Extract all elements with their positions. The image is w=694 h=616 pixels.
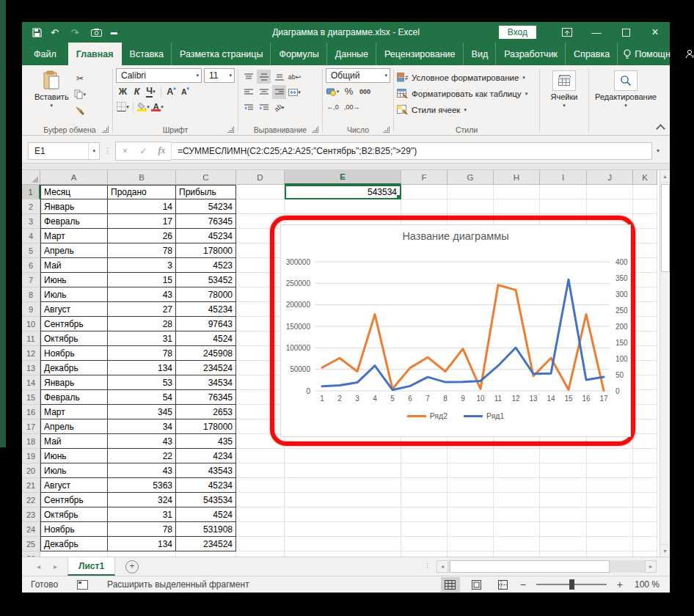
cell[interactable]: 45234 xyxy=(176,302,236,317)
cell[interactable] xyxy=(633,287,657,302)
cell[interactable]: 345 xyxy=(108,405,176,419)
scroll-down-icon[interactable]: ▼ xyxy=(660,544,670,557)
cell[interactable] xyxy=(587,507,633,522)
cell[interactable]: Июнь xyxy=(40,273,108,287)
save-icon[interactable] xyxy=(32,28,42,37)
cell[interactable]: 78 xyxy=(108,522,176,537)
cell[interactable]: 134 xyxy=(108,537,176,551)
align-center-icon[interactable] xyxy=(257,85,271,99)
cell[interactable]: Сентябрь xyxy=(40,493,108,507)
cell[interactable]: 28 xyxy=(108,317,176,331)
conditional-formatting-button[interactable]: ≠ Условное форматирование▾ xyxy=(397,70,536,84)
cell[interactable]: 31 xyxy=(108,507,176,522)
cell[interactable]: Месяц xyxy=(40,185,108,199)
cell[interactable] xyxy=(633,390,657,405)
cell[interactable]: 76345 xyxy=(176,214,236,229)
close-button[interactable]: × xyxy=(640,22,670,43)
cell[interactable] xyxy=(633,361,657,375)
cell[interactable]: Февраль xyxy=(40,390,108,405)
cell[interactable] xyxy=(633,229,657,243)
cell[interactable]: Май xyxy=(40,434,108,449)
cell[interactable]: Ноябрь xyxy=(40,522,108,537)
column-header-B[interactable]: B xyxy=(108,170,176,185)
row-header-1[interactable]: 1 xyxy=(22,185,40,199)
percent-style-button[interactable]: % xyxy=(342,84,356,98)
cell[interactable] xyxy=(448,478,494,493)
cell[interactable] xyxy=(236,493,285,507)
column-header-E[interactable]: E xyxy=(285,170,401,185)
row-header-14[interactable]: 14 xyxy=(22,375,40,390)
scroll-up-icon[interactable]: ▲ xyxy=(660,170,670,183)
cell[interactable]: 43 xyxy=(108,434,176,449)
cell[interactable] xyxy=(236,478,285,493)
cell[interactable]: Май xyxy=(40,258,108,273)
cell[interactable]: 76345 xyxy=(176,390,236,405)
cell[interactable]: Апрель xyxy=(40,243,108,258)
cell[interactable] xyxy=(633,522,657,537)
row-header-19[interactable]: 19 xyxy=(22,449,40,463)
ribbon-display-options-icon[interactable] xyxy=(552,22,582,43)
align-middle-icon[interactable] xyxy=(257,70,271,84)
cell[interactable]: Сентябрь xyxy=(40,317,108,331)
view-page-break-button[interactable] xyxy=(494,577,513,592)
cell[interactable]: Прибыль xyxy=(176,185,236,199)
cell[interactable] xyxy=(236,463,285,478)
cell[interactable] xyxy=(494,463,540,478)
cell[interactable]: 45234 xyxy=(176,478,236,493)
cell[interactable]: Ноябрь xyxy=(40,346,108,361)
cell[interactable] xyxy=(285,493,401,507)
cell[interactable] xyxy=(401,522,448,537)
align-top-icon[interactable] xyxy=(241,70,255,84)
row-header-21[interactable]: 21 xyxy=(22,478,40,493)
cell[interactable]: 43 xyxy=(108,463,176,478)
cell[interactable] xyxy=(401,537,448,551)
shrink-font-button[interactable]: А▾ xyxy=(178,84,192,98)
row-header-17[interactable]: 17 xyxy=(22,419,40,434)
column-header-D[interactable]: D xyxy=(236,170,285,185)
zoom-out-button[interactable]: − xyxy=(520,579,526,590)
cell[interactable] xyxy=(285,463,401,478)
tab-view[interactable]: Вид xyxy=(464,43,497,65)
cell[interactable] xyxy=(494,185,540,199)
cell[interactable] xyxy=(540,463,587,478)
sheet-next-icon[interactable]: ▸ xyxy=(54,562,57,571)
cell[interactable] xyxy=(587,493,633,507)
cell[interactable]: 531908 xyxy=(176,522,236,537)
cell[interactable]: Продано xyxy=(108,185,176,199)
cell[interactable]: 3 xyxy=(108,258,176,273)
name-box[interactable]: E1 ▾ xyxy=(28,142,100,160)
cell[interactable]: Август xyxy=(40,478,108,493)
comma-style-button[interactable]: 000 xyxy=(358,84,372,98)
expand-formula-bar-icon[interactable]: ▾ xyxy=(652,147,664,154)
cell[interactable] xyxy=(401,478,448,493)
cell[interactable] xyxy=(494,507,540,522)
cell[interactable]: 45234 xyxy=(176,229,236,243)
row-header-3[interactable]: 3 xyxy=(22,214,40,229)
format-as-table-button[interactable]: Форматировать как таблицу▾ xyxy=(397,87,536,100)
format-painter-button[interactable] xyxy=(73,103,87,117)
cell[interactable]: 22 xyxy=(108,449,176,463)
cell[interactable]: Март xyxy=(40,229,108,243)
cell[interactable]: 324 xyxy=(108,493,176,507)
insert-function-icon[interactable]: fx xyxy=(153,145,171,156)
accounting-format-button[interactable]: ▾ xyxy=(326,84,340,98)
cell[interactable]: Июль xyxy=(40,287,108,302)
cell[interactable] xyxy=(540,199,587,214)
cell[interactable] xyxy=(494,449,540,463)
font-color-button[interactable]: А ▾ xyxy=(150,100,164,114)
zoom-in-button[interactable]: + xyxy=(617,579,623,590)
cell[interactable] xyxy=(540,449,587,463)
sheet-prev-icon[interactable]: ◂ xyxy=(37,562,40,571)
paste-button[interactable]: Вставить ▾ xyxy=(30,68,73,124)
cell[interactable]: Апрель xyxy=(40,419,108,434)
bold-button[interactable]: Ж xyxy=(116,84,130,98)
column-header-K[interactable]: K xyxy=(633,170,657,185)
cell[interactable] xyxy=(494,199,540,214)
orientation-button[interactable]: ab▾ xyxy=(272,100,286,114)
cell[interactable] xyxy=(494,493,540,507)
cell[interactable] xyxy=(633,537,657,551)
undo-button[interactable]: ↶▾ xyxy=(51,27,62,38)
cell[interactable]: 2653 xyxy=(176,405,236,419)
row-header-13[interactable]: 13 xyxy=(22,361,40,375)
copy-button[interactable]: ▾ xyxy=(73,87,87,101)
